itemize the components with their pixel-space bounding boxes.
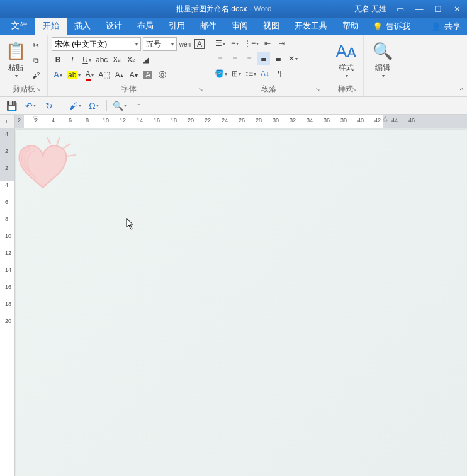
tab-review[interactable]: 审阅: [224, 17, 256, 35]
dialog-launcher-icon[interactable]: ↘: [314, 86, 322, 94]
share-button[interactable]: 👤 共享: [425, 18, 467, 35]
show-marks-button[interactable]: ¶: [273, 67, 286, 80]
right-indent-icon[interactable]: △: [383, 115, 388, 122]
document-page[interactable]: [15, 128, 467, 476]
tab-home[interactable]: 开始: [35, 17, 67, 35]
format-painter-button[interactable]: 🖌: [30, 69, 42, 82]
decrease-indent-button[interactable]: ⇤: [261, 37, 274, 50]
tab-references[interactable]: 引用: [161, 17, 193, 35]
qat-omega-button[interactable]: Ω▾: [87, 99, 100, 112]
title-bar: 批量插图并命名.docx - Word 无名 无姓 ▭ — ☐ ✕: [0, 0, 467, 18]
brush-icon: 🖌: [32, 71, 40, 80]
borders-button[interactable]: ⊞▾: [230, 67, 242, 80]
distributed-button[interactable]: ≣: [272, 52, 284, 65]
character-border-button[interactable]: A: [193, 38, 206, 50]
group-label: 字体 ↘: [52, 84, 206, 95]
tab-layout[interactable]: 布局: [130, 17, 161, 35]
font-size-combo[interactable]: 五号▾: [143, 37, 177, 51]
maximize-icon[interactable]: ☐: [433, 4, 443, 14]
heart-decoration-icon: [15, 133, 88, 196]
tell-me-button[interactable]: 💡 告诉我: [366, 18, 417, 35]
superscript-button[interactable]: X2: [125, 54, 137, 66]
subscript-button[interactable]: X2: [110, 54, 123, 66]
shrink-font-button[interactable]: A▾: [127, 69, 140, 81]
qat-customize-button[interactable]: ⁼: [132, 99, 145, 112]
mouse-cursor-icon: [126, 218, 136, 232]
close-icon[interactable]: ✕: [452, 4, 462, 14]
clear-formatting-button[interactable]: ◢: [139, 54, 152, 66]
tab-file[interactable]: 文件: [4, 17, 35, 35]
horizontal-ruler[interactable]: L ▽ △ 2246810121416182022242628303234363…: [0, 115, 467, 128]
svg-line-0: [47, 137, 50, 144]
save-button[interactable]: 💾: [5, 99, 18, 112]
user-name[interactable]: 无名 无姓: [354, 4, 386, 14]
paste-button[interactable]: 📋 粘贴 ▾: [4, 37, 28, 82]
tab-mailings[interactable]: 邮件: [193, 17, 224, 35]
ruler-tick: 16: [154, 117, 160, 123]
increase-indent-button[interactable]: ⇥: [276, 37, 288, 50]
character-shading-button[interactable]: A⬚: [98, 69, 111, 81]
group-label: 段落 ↘: [214, 84, 323, 95]
undo-button[interactable]: ↶▾: [24, 99, 37, 112]
ruler-tick: 42: [374, 117, 381, 123]
ruler-tick: 2: [35, 117, 38, 123]
sort-button[interactable]: A↓: [259, 67, 271, 80]
page-content[interactable]: [16, 130, 467, 476]
font-name-combo[interactable]: 宋体 (中文正文)▾: [52, 37, 141, 51]
align-left-button[interactable]: ≡: [214, 52, 227, 65]
align-justify-button[interactable]: ≣: [257, 52, 270, 65]
ruler-tick: 12: [120, 117, 126, 123]
bullets-button[interactable]: ☰▾: [214, 37, 227, 50]
italic-button[interactable]: I: [66, 54, 79, 66]
styles-button[interactable]: Aᴀ 样式 ▾: [331, 37, 361, 82]
tab-design[interactable]: 设计: [98, 17, 130, 35]
align-right-button[interactable]: ≡: [243, 52, 256, 65]
brush-icon: 🖌: [69, 101, 78, 111]
qat-zoom-button[interactable]: 🔍▾: [113, 99, 126, 112]
shading-button[interactable]: 🪣▾: [214, 67, 228, 80]
change-case-button[interactable]: ⓪: [156, 69, 169, 81]
line-spacing-button[interactable]: ↕≡▾: [244, 67, 257, 80]
tab-selector[interactable]: L: [0, 115, 15, 128]
ruler-tick: 18: [171, 117, 177, 123]
highlight-button[interactable]: ab▾: [66, 69, 81, 81]
ruler-tick: 38: [340, 117, 347, 123]
ruler-tick: 22: [205, 117, 211, 123]
minimize-icon[interactable]: —: [414, 4, 424, 14]
tab-insert[interactable]: 插入: [67, 17, 98, 35]
qat-brush-button[interactable]: 🖌▾: [69, 99, 81, 112]
enclose-characters-button[interactable]: A: [142, 69, 154, 81]
cut-button[interactable]: ✂: [30, 39, 42, 52]
strikethrough-button[interactable]: abc: [95, 54, 108, 66]
share-icon: 👤: [431, 22, 441, 31]
group-label: [368, 94, 394, 95]
multilevel-list-button[interactable]: ⋮≡▾: [243, 37, 259, 50]
ribbon: 📋 粘贴 ▾ ✂ ⧉ 🖌 剪贴板 ↘ 宋体 (中文正文)▾ 五号▾: [0, 35, 467, 97]
tab-view[interactable]: 视图: [256, 17, 287, 35]
collapse-ribbon-button[interactable]: ^: [460, 86, 463, 94]
bold-button[interactable]: B: [52, 54, 64, 66]
editing-button[interactable]: 🔍 编辑 ▾: [368, 37, 398, 82]
dialog-launcher-icon[interactable]: ↘: [351, 86, 358, 94]
copy-button[interactable]: ⧉: [30, 54, 42, 67]
tab-developer[interactable]: 开发工具: [287, 17, 335, 35]
numbering-button[interactable]: ≡▾: [228, 37, 241, 50]
phonetic-guide-button[interactable]: wén: [179, 38, 191, 50]
font-color-button[interactable]: A▾: [83, 69, 96, 81]
align-center-button[interactable]: ≡: [228, 52, 241, 65]
ribbon-display-options-icon[interactable]: ▭: [395, 4, 405, 14]
asian-layout-button[interactable]: ✕▾: [286, 52, 299, 65]
svg-line-2: [63, 144, 70, 149]
vertical-ruler[interactable]: 422468101214161820: [0, 128, 15, 476]
svg-line-1: [57, 137, 60, 145]
text-effects-button[interactable]: A▾: [52, 69, 64, 81]
underline-button[interactable]: U▾: [81, 54, 93, 66]
grow-font-button[interactable]: A▴: [113, 69, 125, 81]
redo-button[interactable]: ↻: [43, 99, 55, 112]
ruler-tick: 6: [69, 117, 72, 123]
redo-icon: ↻: [45, 101, 53, 111]
dialog-launcher-icon[interactable]: ↘: [35, 86, 42, 94]
ruler-tick: 30: [273, 117, 279, 123]
tab-help[interactable]: 帮助: [335, 17, 366, 35]
dialog-launcher-icon[interactable]: ↘: [197, 86, 205, 94]
